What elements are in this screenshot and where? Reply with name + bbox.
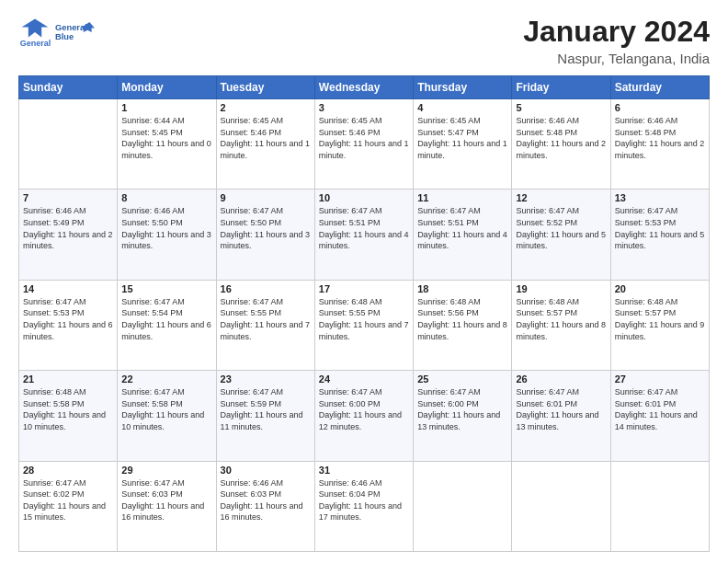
calendar-cell: 27Sunrise: 6:47 AMSunset: 6:01 PMDayligh… [610, 371, 709, 461]
day-number: 18 [417, 283, 507, 294]
day-number: 11 [417, 192, 507, 203]
day-number: 28 [23, 465, 113, 476]
calendar-cell: 3Sunrise: 6:45 AMSunset: 5:46 PMDaylight… [314, 99, 413, 190]
calendar-cell: 29Sunrise: 6:47 AMSunset: 6:03 PMDayligh… [118, 461, 216, 551]
calendar-cell: 13Sunrise: 6:47 AMSunset: 5:53 PMDayligh… [610, 190, 709, 280]
cell-info: Sunrise: 6:47 AMSunset: 6:01 PMDaylight:… [615, 386, 705, 432]
calendar-cell: 2Sunrise: 6:45 AMSunset: 5:46 PMDaylight… [216, 99, 314, 190]
day-number: 2 [221, 102, 311, 113]
calendar-cell: 20Sunrise: 6:48 AMSunset: 5:57 PMDayligh… [610, 280, 709, 370]
calendar-cell: 9Sunrise: 6:47 AMSunset: 5:50 PMDaylight… [216, 190, 314, 280]
cell-info: Sunrise: 6:47 AMSunset: 5:59 PMDaylight:… [221, 386, 311, 432]
day-header-friday: Friday [512, 76, 610, 99]
day-number: 22 [121, 373, 211, 385]
cell-info: Sunrise: 6:47 AMSunset: 6:00 PMDaylight:… [417, 386, 507, 432]
cell-info: Sunrise: 6:47 AMSunset: 5:50 PMDaylight:… [221, 205, 311, 251]
cell-info: Sunrise: 6:45 AMSunset: 5:47 PMDaylight:… [417, 115, 507, 161]
cell-info: Sunrise: 6:46 AMSunset: 5:50 PMDaylight:… [121, 205, 211, 251]
calendar-cell: 23Sunrise: 6:47 AMSunset: 5:59 PMDayligh… [216, 371, 314, 461]
day-number: 21 [23, 373, 113, 385]
cell-info: Sunrise: 6:47 AMSunset: 5:53 PMDaylight:… [23, 296, 113, 342]
day-number: 19 [516, 283, 606, 294]
cell-info: Sunrise: 6:48 AMSunset: 5:55 PMDaylight:… [319, 296, 409, 342]
day-number: 8 [121, 192, 211, 203]
calendar-week-1: 7Sunrise: 6:46 AMSunset: 5:49 PMDaylight… [19, 190, 710, 280]
month-title: January 2024 [523, 15, 710, 49]
calendar-cell: 10Sunrise: 6:47 AMSunset: 5:51 PMDayligh… [314, 190, 413, 280]
day-number: 17 [319, 283, 409, 294]
title-area: January 2024 Naspur, Telangana, India [523, 15, 710, 66]
cell-info: Sunrise: 6:47 AMSunset: 6:02 PMDaylight:… [23, 477, 113, 523]
day-header-wednesday: Wednesday [314, 76, 413, 99]
cell-info: Sunrise: 6:47 AMSunset: 5:58 PMDaylight:… [121, 386, 211, 432]
day-number: 16 [221, 283, 311, 294]
calendar-cell: 21Sunrise: 6:48 AMSunset: 5:58 PMDayligh… [19, 371, 118, 461]
calendar-cell: 14Sunrise: 6:47 AMSunset: 5:53 PMDayligh… [19, 280, 118, 370]
calendar-cell: 1Sunrise: 6:44 AMSunset: 5:45 PMDaylight… [118, 99, 216, 190]
svg-text:Blue: Blue [55, 32, 74, 41]
calendar-cell: 4Sunrise: 6:45 AMSunset: 5:47 PMDaylight… [414, 99, 512, 190]
header: General General Blue January 2024 Naspur… [18, 15, 710, 66]
day-number: 10 [319, 192, 409, 203]
calendar-week-0: 1Sunrise: 6:44 AMSunset: 5:45 PMDaylight… [19, 99, 710, 190]
day-header-sunday: Sunday [19, 76, 118, 99]
day-number: 5 [516, 102, 606, 113]
logo-icon: General [18, 16, 51, 49]
cell-info: Sunrise: 6:47 AMSunset: 5:52 PMDaylight:… [516, 205, 606, 251]
calendar-cell: 22Sunrise: 6:47 AMSunset: 5:58 PMDayligh… [118, 371, 216, 461]
cell-info: Sunrise: 6:45 AMSunset: 5:46 PMDaylight:… [319, 115, 409, 161]
calendar-cell: 18Sunrise: 6:48 AMSunset: 5:56 PMDayligh… [414, 280, 512, 370]
general-blue-logo: General Blue [55, 15, 96, 50]
calendar-cell [512, 461, 610, 551]
day-number: 27 [615, 373, 705, 385]
calendar-cell: 7Sunrise: 6:46 AMSunset: 5:49 PMDaylight… [19, 190, 118, 280]
cell-info: Sunrise: 6:47 AMSunset: 5:55 PMDaylight:… [221, 296, 311, 342]
cell-info: Sunrise: 6:47 AMSunset: 6:00 PMDaylight:… [319, 386, 409, 432]
cell-info: Sunrise: 6:44 AMSunset: 5:45 PMDaylight:… [121, 115, 211, 161]
cell-info: Sunrise: 6:47 AMSunset: 6:03 PMDaylight:… [121, 477, 211, 523]
day-number: 25 [417, 373, 507, 385]
calendar-table: SundayMondayTuesdayWednesdayThursdayFrid… [18, 75, 710, 552]
cell-info: Sunrise: 6:47 AMSunset: 5:54 PMDaylight:… [121, 296, 211, 342]
calendar-cell: 17Sunrise: 6:48 AMSunset: 5:55 PMDayligh… [314, 280, 413, 370]
day-number: 30 [221, 465, 311, 476]
calendar-cell: 26Sunrise: 6:47 AMSunset: 6:01 PMDayligh… [512, 371, 610, 461]
svg-text:General: General [20, 39, 51, 48]
calendar-header-row: SundayMondayTuesdayWednesdayThursdayFrid… [19, 76, 710, 99]
cell-info: Sunrise: 6:46 AMSunset: 5:49 PMDaylight:… [23, 205, 113, 251]
calendar-cell: 15Sunrise: 6:47 AMSunset: 5:54 PMDayligh… [118, 280, 216, 370]
calendar-cell: 24Sunrise: 6:47 AMSunset: 6:00 PMDayligh… [314, 371, 413, 461]
day-number: 29 [121, 465, 211, 476]
calendar-cell: 6Sunrise: 6:46 AMSunset: 5:48 PMDaylight… [610, 99, 709, 190]
logo: General General Blue [18, 15, 96, 50]
calendar-cell: 19Sunrise: 6:48 AMSunset: 5:57 PMDayligh… [512, 280, 610, 370]
day-number: 3 [319, 102, 409, 113]
day-header-thursday: Thursday [414, 76, 512, 99]
calendar-cell: 16Sunrise: 6:47 AMSunset: 5:55 PMDayligh… [216, 280, 314, 370]
cell-info: Sunrise: 6:47 AMSunset: 5:53 PMDaylight:… [615, 205, 705, 251]
cell-info: Sunrise: 6:46 AMSunset: 6:04 PMDaylight:… [319, 477, 409, 523]
calendar-body: 1Sunrise: 6:44 AMSunset: 5:45 PMDaylight… [19, 99, 710, 552]
cell-info: Sunrise: 6:48 AMSunset: 5:57 PMDaylight:… [516, 296, 606, 342]
day-number: 24 [319, 373, 409, 385]
calendar-cell: 28Sunrise: 6:47 AMSunset: 6:02 PMDayligh… [19, 461, 118, 551]
day-number: 14 [23, 283, 113, 294]
cell-info: Sunrise: 6:47 AMSunset: 6:01 PMDaylight:… [516, 386, 606, 432]
day-number: 15 [121, 283, 211, 294]
page: General General Blue January 2024 Naspur… [0, 0, 728, 563]
cell-info: Sunrise: 6:46 AMSunset: 5:48 PMDaylight:… [615, 115, 705, 161]
calendar-week-3: 21Sunrise: 6:48 AMSunset: 5:58 PMDayligh… [19, 371, 710, 461]
cell-info: Sunrise: 6:48 AMSunset: 5:58 PMDaylight:… [23, 386, 113, 432]
day-number: 12 [516, 192, 606, 203]
calendar-cell: 30Sunrise: 6:46 AMSunset: 6:03 PMDayligh… [216, 461, 314, 551]
calendar-week-2: 14Sunrise: 6:47 AMSunset: 5:53 PMDayligh… [19, 280, 710, 370]
cell-info: Sunrise: 6:46 AMSunset: 5:48 PMDaylight:… [516, 115, 606, 161]
day-number: 13 [615, 192, 705, 203]
day-header-monday: Monday [118, 76, 216, 99]
calendar-cell: 12Sunrise: 6:47 AMSunset: 5:52 PMDayligh… [512, 190, 610, 280]
calendar-week-4: 28Sunrise: 6:47 AMSunset: 6:02 PMDayligh… [19, 461, 710, 551]
cell-info: Sunrise: 6:47 AMSunset: 5:51 PMDaylight:… [319, 205, 409, 251]
cell-info: Sunrise: 6:47 AMSunset: 5:51 PMDaylight:… [417, 205, 507, 251]
calendar-cell [19, 99, 118, 190]
calendar-cell [414, 461, 512, 551]
